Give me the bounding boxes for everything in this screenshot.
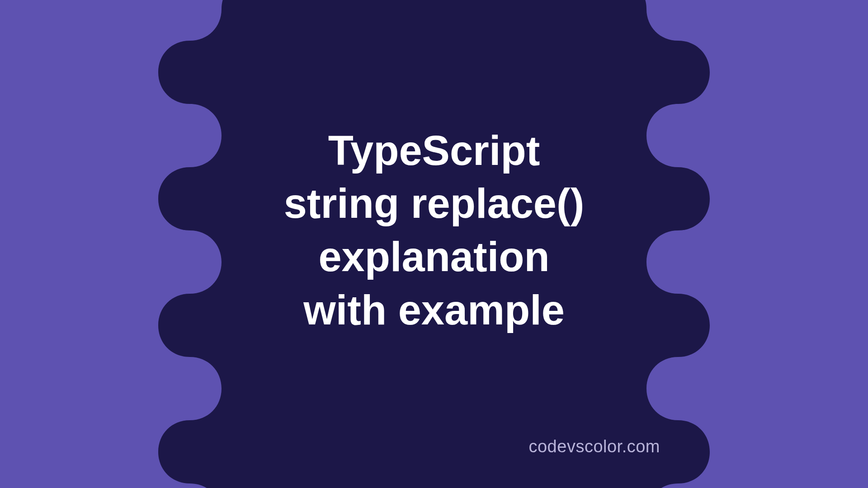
watermark-text: codevscolor.com [528, 437, 660, 456]
title-text: TypeScript string replace() explanation … [284, 124, 585, 337]
content-wrapper: TypeScript string replace() explanation … [0, 0, 868, 488]
